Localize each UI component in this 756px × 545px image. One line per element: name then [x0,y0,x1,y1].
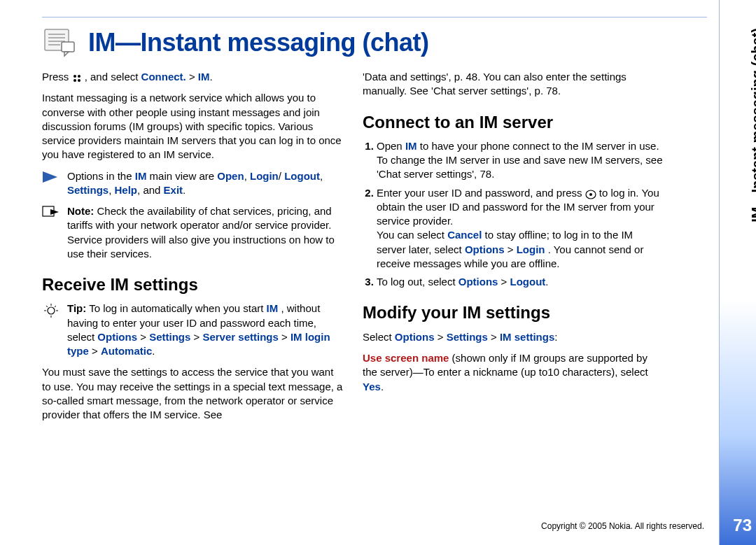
text: > [279,331,290,343]
modify-select-line: Select Options > Settings > IM settings: [363,330,664,344]
text: , [108,184,114,196]
text: Enter your user ID and password, and pre… [377,187,585,199]
svg-line-20 [55,306,56,307]
text: You can select [377,229,447,241]
connect-steps: Open IM to have your phone connect to th… [363,139,664,290]
text: , [244,170,250,182]
note-label: Note: [67,205,94,217]
login-label: Login [517,243,545,255]
options-label: Options [395,331,435,343]
text: > [189,71,198,83]
settings-label: Settings [149,331,190,343]
svg-marker-13 [50,209,59,215]
text: . [545,276,548,288]
two-column-layout: Press , and select Connect. > IM. Instan… [42,70,714,429]
page-number: 73 [733,516,752,535]
tip-label: Tip: [67,302,86,314]
scroll-key-icon [585,189,596,199]
open-option: Open [217,170,244,182]
note-body: Check the availability of chat services,… [67,205,335,260]
cancel-label: Cancel [447,229,482,241]
im-label: IM [267,302,279,314]
im-label: IM [135,170,147,182]
exit-option: Exit [164,184,183,196]
step-1: Open IM to have your phone connect to th… [377,139,664,182]
step-2: Enter your user ID and password, and pre… [377,186,664,271]
tip-bulb-icon [42,303,60,316]
use-screen-name-paragraph: Use screen name (shown only if IM groups… [363,351,664,394]
svg-line-19 [46,306,48,307]
text: to have your phone connect to the IM ser… [377,140,663,181]
svg-marker-11 [43,171,57,183]
menu-key-icon [72,73,82,83]
arrow-list-icon [42,171,60,183]
svg-point-10 [78,79,80,82]
text: : [554,331,557,343]
text: , and select [85,71,141,83]
automatic-label: Automatic [101,345,152,357]
svg-marker-6 [64,52,69,56]
text: > [438,331,447,343]
svg-point-14 [48,307,55,314]
text: To log in automatically when you start [89,302,266,314]
continuation-paragraph: 'Data and settings', p. 48. You can also… [363,70,664,99]
yes-label: Yes [363,381,381,392]
intro-paragraph: Instant messaging is a network service w… [42,91,343,162]
text: / [279,170,281,182]
text: To log out, select [377,276,458,288]
text: Press [42,71,72,83]
logout-option: Logout [284,170,320,182]
side-tab-label: IM—Instant messaging (chat) [749,28,756,222]
text: > [137,331,149,343]
save-settings-paragraph: You must save the settings to access the… [42,365,343,422]
text: Open [377,140,405,152]
press-line: Press , and select Connect. > IM. [42,70,343,84]
tip-block: Tip: To log in automatically when you st… [42,302,343,358]
modify-heading: Modify your IM settings [363,302,664,324]
options-label: Options [97,331,137,343]
svg-rect-5 [62,42,74,52]
side-tab: IM—Instant messaging (chat) 73 [719,0,756,545]
page-content: IM—Instant messaging (chat) Press , and … [42,28,714,532]
text: main view are [150,170,218,182]
options-list-block: Options in the IM main view are Open, Lo… [42,169,343,198]
receive-heading: Receive IM settings [42,274,343,296]
text: > [190,331,202,343]
text: Options in the [67,170,135,182]
top-rule [42,17,707,17]
connect-link: Connect. [141,71,186,83]
im-settings-label: IM settings [500,331,554,343]
text: > [491,331,500,343]
note-arrow-icon [42,206,60,218]
text: > [501,276,510,288]
title-row: IM—Instant messaging (chat) [42,28,714,57]
left-column: Press , and select Connect. > IM. Instan… [42,70,343,429]
connect-heading: Connect to an IM server [363,111,664,134]
settings-option: Settings [67,184,108,196]
right-column: 'Data and settings', p. 48. You can also… [363,70,664,429]
text: . [381,381,384,392]
server-settings-label: Server settings [202,331,278,343]
svg-point-9 [74,79,76,82]
svg-point-22 [589,193,592,196]
settings-label: Settings [447,331,488,343]
login-option: Login [250,170,279,182]
im-label: IM [405,140,417,152]
help-option: Help [115,184,138,196]
text: , [320,170,323,182]
text: > [89,345,101,357]
copyright-line: Copyright © 2005 Nokia. All rights reser… [541,521,704,531]
text: Select [363,331,395,343]
page-title: IM—Instant messaging (chat) [88,28,429,57]
chat-document-icon [42,28,76,57]
text: . [183,184,186,196]
logout-label: Logout [510,276,546,288]
text: . [210,71,213,83]
text: > [507,243,517,255]
options-label: Options [465,243,505,255]
text: . [152,345,155,357]
text: , and [137,184,164,196]
note-block: Note: Check the availability of chat ser… [42,204,343,261]
step-3: To log out, select Options > Logout. [377,275,664,289]
use-screen-name-label: Use screen name [363,352,449,364]
